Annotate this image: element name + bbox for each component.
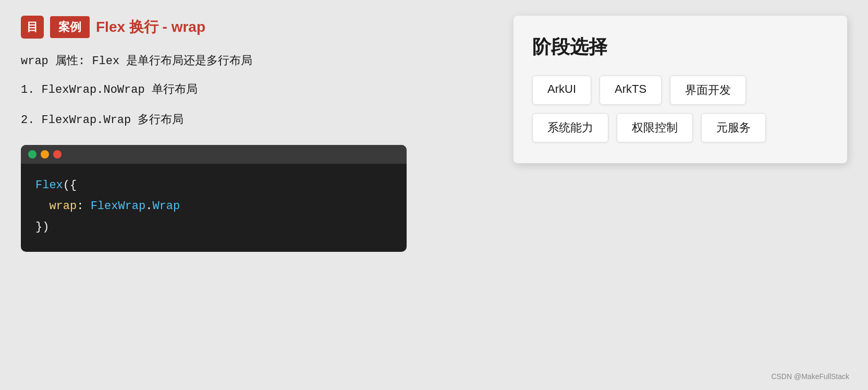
dot-yellow [41, 150, 49, 159]
tag-meta-service[interactable]: 元服务 [701, 113, 766, 142]
section-title: 阶段选择 [532, 34, 828, 60]
description-line1: wrap 属性: Flex 是单行布局还是多行布局 [21, 52, 482, 70]
description-line3: 2. FlexWrap.Wrap 多行布局 [21, 110, 482, 131]
tags-container: ArkUI ArkTS 界面开发 系统能力 权限控制 元服务 [532, 76, 828, 142]
case-icon-badge: 目 [21, 16, 44, 39]
tag-arkts[interactable]: ArkTS [600, 76, 662, 105]
dot-green [28, 150, 36, 159]
footer-text: CSDN @MakeFullStack [771, 372, 849, 381]
code-line-1: Flex({ [35, 175, 392, 196]
main-layout: 目 案例 Flex 换行 - wrap wrap 属性: Flex 是单行布局还… [0, 0, 868, 390]
code-block: Flex({ wrap: FlexWrap.Wrap }) [21, 145, 407, 252]
tag-ui-dev[interactable]: 界面开发 [670, 76, 746, 105]
icon-symbol: 目 [27, 19, 38, 35]
case-label: 案例 [50, 16, 90, 38]
left-panel: 目 案例 Flex 换行 - wrap wrap 属性: Flex 是单行布局还… [21, 16, 482, 374]
code-line-3: }) [35, 217, 392, 238]
tag-arkui[interactable]: ArkUI [532, 76, 591, 105]
right-panel: 阶段选择 ArkUI ArkTS 界面开发 系统能力 权限控制 元服务 [514, 16, 847, 163]
description-line2: 1. FlexWrap.NoWrap 单行布局 [21, 80, 482, 101]
dot-red [53, 150, 62, 159]
tag-permission[interactable]: 权限控制 [617, 113, 693, 142]
code-line-2: wrap: FlexWrap.Wrap [35, 196, 392, 217]
code-body: Flex({ wrap: FlexWrap.Wrap }) [21, 164, 407, 252]
tag-system-ability[interactable]: 系统能力 [532, 113, 608, 142]
page-title: Flex 换行 - wrap [96, 17, 205, 37]
code-titlebar [21, 145, 407, 164]
header-row: 目 案例 Flex 换行 - wrap [21, 16, 482, 39]
code-flex-keyword: Flex [35, 179, 63, 192]
